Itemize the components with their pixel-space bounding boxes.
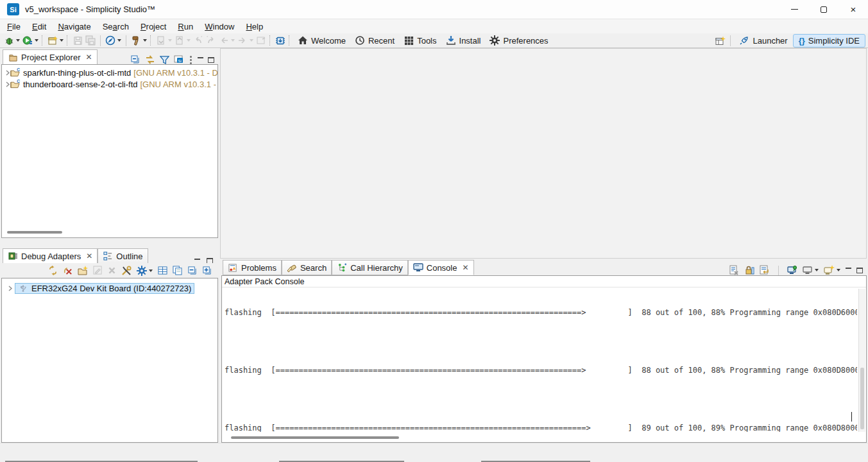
menu-window[interactable]: Window xyxy=(199,21,240,33)
run-button[interactable] xyxy=(21,34,40,47)
project-explorer-tab-label: Project Explorer xyxy=(21,53,80,62)
close-tab-icon[interactable]: ✕ xyxy=(462,263,468,272)
minimize-button[interactable] xyxy=(779,0,809,19)
launcher-label: Launcher xyxy=(753,36,787,46)
save-icon xyxy=(72,35,83,46)
menu-help[interactable]: Help xyxy=(240,21,269,33)
usb-icon xyxy=(18,283,28,293)
display-console-button[interactable] xyxy=(803,265,819,275)
menu-run[interactable]: Run xyxy=(172,21,199,33)
tools-button[interactable]: Tools xyxy=(399,35,441,46)
filter-button[interactable] xyxy=(160,55,169,65)
vertical-scrollbar[interactable] xyxy=(858,289,865,432)
menu-file[interactable]: File xyxy=(1,21,26,33)
close-tab-icon[interactable]: ✕ xyxy=(85,53,92,62)
save-button[interactable] xyxy=(71,34,84,47)
minimize-view-button[interactable] xyxy=(194,259,200,261)
clock-icon xyxy=(355,35,365,46)
flash-device-button[interactable] xyxy=(274,34,287,47)
window-title: v5_workspace - Simplicity Studio™ xyxy=(25,4,155,14)
c-project-folder-icon: C xyxy=(10,79,21,89)
debug-button[interactable] xyxy=(3,34,21,47)
horizontal-scrollbar[interactable] xyxy=(7,231,62,234)
close-tab-icon[interactable]: ✕ xyxy=(86,252,92,261)
svg-text:Si: Si xyxy=(178,59,182,63)
open-console-button[interactable] xyxy=(824,265,840,275)
chevron-right-icon[interactable] xyxy=(6,286,15,291)
close-button[interactable]: × xyxy=(838,0,868,19)
back-edit-button[interactable]: * xyxy=(192,34,205,47)
console-output[interactable]: flashing [==============================… xyxy=(225,289,857,432)
tree-row-adapter[interactable]: EFR32xG24 Dev Kit Board (ID:440272723) xyxy=(2,282,217,294)
install-button[interactable]: Install xyxy=(441,35,486,46)
debug-adapters-panel: Debug Adapters ✕ Outline EFR32xG24 Dev xyxy=(1,248,218,443)
forward-edit-arrow-icon: * xyxy=(206,35,216,46)
delete-adapter-button[interactable] xyxy=(108,266,116,275)
menu-search[interactable]: Search xyxy=(97,21,135,33)
table-view-button[interactable] xyxy=(158,266,167,275)
tab-debug-adapters[interactable]: Debug Adapters ✕ xyxy=(3,248,98,264)
profile-button[interactable] xyxy=(173,34,192,47)
new-wizard-button[interactable] xyxy=(46,34,65,47)
rename-button[interactable] xyxy=(93,266,103,275)
save-all-button[interactable] xyxy=(84,34,97,47)
console-panel: Problems Search Call Hierarchy Console ✕ xyxy=(221,259,867,443)
collapse-all-button[interactable] xyxy=(187,266,197,275)
tab-search[interactable]: Search xyxy=(282,260,332,275)
selected-adapter[interactable]: EFR32xG24 Dev Kit Board (ID:440272723) xyxy=(15,283,194,294)
perspective-simplicity-ide-button[interactable]: {} Simplicity IDE xyxy=(793,34,865,47)
open-perspective-button[interactable] xyxy=(714,34,727,47)
connect-adapter-button[interactable] xyxy=(48,266,58,275)
word-wrap-button[interactable] xyxy=(760,265,770,275)
launch-console-button[interactable] xyxy=(104,34,123,47)
tree-row-project[interactable]: C sparkfun-thing-plus-ot-cli-mtd [GNU AR… xyxy=(2,67,217,78)
view-menu-button[interactable] xyxy=(189,56,193,64)
collapse-all-button[interactable] xyxy=(130,55,140,65)
maximize-view-button[interactable] xyxy=(856,268,863,273)
welcome-button[interactable]: Welcome xyxy=(293,35,350,46)
menu-navigate[interactable]: Navigate xyxy=(52,21,96,33)
project-decoration: [GNU ARM v10.3.1 - D xyxy=(140,80,217,89)
adapter-device-label: EFR32xG24 Dev Kit Board (ID:440272723) xyxy=(31,284,191,293)
tab-console[interactable]: Console ✕ xyxy=(408,260,474,275)
new-group-button[interactable] xyxy=(78,266,88,276)
pin-console-button[interactable] xyxy=(787,265,797,275)
adapter-settings-button[interactable] xyxy=(137,266,153,276)
menu-edit[interactable]: Edit xyxy=(26,21,52,33)
install-label: Install xyxy=(459,36,481,46)
new-editor-window-button[interactable] xyxy=(255,34,268,47)
minimize-view-button[interactable] xyxy=(198,57,203,59)
debug-adapters-icon xyxy=(8,251,18,261)
tab-problems[interactable]: Problems xyxy=(223,260,282,275)
project-name: sparkfun-thing-plus-ot-cli-mtd xyxy=(23,68,131,78)
back-nav-button[interactable] xyxy=(217,34,236,47)
tab-project-explorer[interactable]: Project Explorer ✕ xyxy=(3,49,98,65)
horizontal-scrollbar[interactable] xyxy=(231,436,399,439)
preferences-button[interactable]: Preferences xyxy=(485,35,552,46)
maximize-view-button[interactable] xyxy=(208,57,214,63)
link-with-editor-button[interactable] xyxy=(145,55,155,65)
minimize-view-button[interactable] xyxy=(846,268,851,270)
external-tools-button[interactable] xyxy=(155,34,173,47)
perspective-launcher-button[interactable]: Launcher xyxy=(734,34,792,47)
copy-view-button[interactable] xyxy=(173,266,182,275)
recent-button[interactable]: Recent xyxy=(350,35,399,46)
forward-edit-button[interactable]: * xyxy=(205,34,217,47)
maximize-button[interactable] xyxy=(809,0,838,19)
tree-row-project[interactable]: C thunderboard-sense-2-ot-cli-ftd [GNU A… xyxy=(2,78,217,90)
preferences-label: Preferences xyxy=(503,36,548,46)
tab-call-hierarchy[interactable]: Call Hierarchy xyxy=(332,260,408,275)
build-button[interactable] xyxy=(130,34,148,47)
forward-nav-button[interactable] xyxy=(236,34,255,47)
adapter-tools-button[interactable] xyxy=(121,266,132,276)
tab-outline[interactable]: Outline xyxy=(98,248,148,264)
disconnect-adapter-button[interactable] xyxy=(63,266,72,275)
chevron-right-icon[interactable] xyxy=(6,81,10,87)
expand-all-button[interactable] xyxy=(202,266,212,275)
focus-si-view-button[interactable]: Si xyxy=(174,55,184,65)
chevron-right-icon[interactable] xyxy=(6,70,10,76)
back-arrow-icon xyxy=(219,35,229,46)
scroll-lock-button[interactable] xyxy=(744,265,754,275)
menu-project[interactable]: Project xyxy=(135,21,172,33)
clear-console-button[interactable] xyxy=(729,265,739,275)
